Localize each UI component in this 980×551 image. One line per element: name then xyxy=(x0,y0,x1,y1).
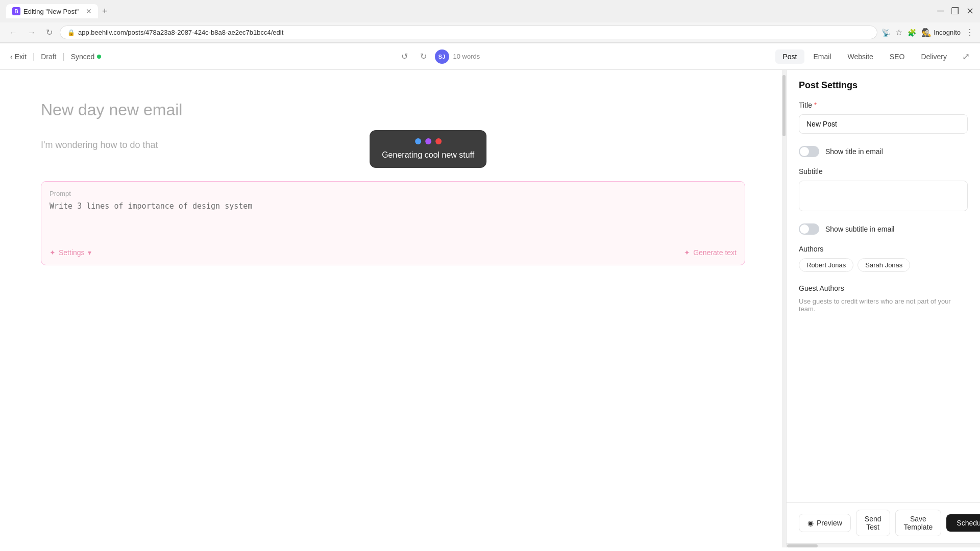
toolbar-left: ‹ Exit | Draft | Synced xyxy=(10,52,101,61)
preview-button[interactable]: ◉ Preview xyxy=(799,514,851,532)
redo-button[interactable]: ↻ xyxy=(416,49,431,63)
generate-spark-icon: ✦ xyxy=(684,248,690,257)
tab-favicon: B xyxy=(12,7,20,15)
expand-button[interactable]: ⤢ xyxy=(962,51,970,62)
ai-prompt-box: Prompt ✦ Settings ▾ ✦ Generate text xyxy=(41,181,745,265)
main-area: New day new email I'm wondering how to d… xyxy=(0,70,980,547)
word-count: 10 words xyxy=(453,53,480,60)
ai-generate-label: Generate text xyxy=(693,248,737,257)
right-panel: Post Settings Title * Show title in emai… xyxy=(786,70,980,547)
panel-scrollbar-thumb[interactable] xyxy=(787,544,818,547)
subtitle-input[interactable] xyxy=(799,181,968,211)
back-button[interactable]: ← xyxy=(6,27,20,38)
toolbar-tabs: Post Email Website SEO Delivery xyxy=(775,49,954,64)
draft-badge[interactable]: Draft xyxy=(41,53,56,61)
exit-button[interactable]: ‹ Exit xyxy=(10,53,27,61)
show-title-toggle[interactable] xyxy=(799,146,819,157)
guest-authors-section: Guest Authors Use guests to credit write… xyxy=(799,284,968,313)
ai-dots xyxy=(415,138,442,144)
synced-badge: Synced xyxy=(71,53,102,61)
panel-scrollbar[interactable] xyxy=(787,543,980,547)
editor-area[interactable]: New day new email I'm wondering how to d… xyxy=(0,70,786,547)
toolbar-right: ⤢ xyxy=(962,51,970,62)
show-subtitle-toggle-row: Show subtitle in email xyxy=(799,223,968,235)
ai-prompt-input[interactable] xyxy=(50,202,737,242)
author-tag-1[interactable]: Sarah Jonas xyxy=(857,258,910,272)
toolbar-center: ↺ ↻ SJ 10 words xyxy=(109,49,767,64)
close-window-button[interactable]: ✕ xyxy=(966,6,974,17)
tab-close-button[interactable]: ✕ xyxy=(86,7,92,15)
tab-delivery[interactable]: Delivery xyxy=(914,49,954,64)
authors-tags: Robert Jonas Sarah Jonas xyxy=(799,258,968,272)
right-panel-title: Post Settings xyxy=(799,80,968,91)
authors-label: Authors xyxy=(799,245,968,253)
show-title-toggle-row: Show title in email xyxy=(799,146,968,157)
synced-indicator xyxy=(97,55,101,59)
menu-button[interactable]: ⋮ xyxy=(966,28,974,37)
tab-email[interactable]: Email xyxy=(806,49,839,64)
guest-authors-label: Guest Authors xyxy=(799,284,968,292)
ai-generating-text: Generating cool new stuff xyxy=(382,151,474,160)
reload-button[interactable]: ↻ xyxy=(43,27,56,38)
app-container: ‹ Exit | Draft | Synced ↺ ↻ SJ 10 words … xyxy=(0,43,980,547)
schedule-label: Schedule xyxy=(957,519,980,527)
save-template-button[interactable]: Save Template xyxy=(895,510,942,536)
ai-dot-blue xyxy=(415,138,421,144)
bottom-bar: ◉ Preview Send Test Save Template Schedu… xyxy=(787,502,980,543)
subtitle-label: Subtitle xyxy=(799,167,968,176)
new-tab-button[interactable]: + xyxy=(102,6,108,17)
bookmark-icon[interactable]: ☆ xyxy=(895,28,902,37)
show-subtitle-label: Show subtitle in email xyxy=(825,225,894,233)
tab-post[interactable]: Post xyxy=(775,49,804,64)
browser-nav: ← → ↻ 🔒 app.beehiiv.com/posts/478a23a8-2… xyxy=(0,22,980,43)
author-tag-0[interactable]: Robert Jonas xyxy=(799,258,853,272)
extension-icon[interactable]: 🧩 xyxy=(908,29,916,37)
title-section: Title * xyxy=(799,101,968,134)
incognito-badge: 🕵 Incognito xyxy=(921,28,961,37)
settings-spark-icon: ✦ xyxy=(50,248,56,257)
authors-section: Authors Robert Jonas Sarah Jonas xyxy=(799,245,968,272)
title-label: Title * xyxy=(799,101,968,109)
ai-overlay: Generating cool new stuff Prompt ✦ Setti… xyxy=(41,181,745,265)
browser-titlebar: B Editing "New Post" ✕ + ─ ❐ ✕ xyxy=(0,0,980,22)
exit-arrow-icon: ‹ xyxy=(10,53,13,61)
right-panel-header: Post Settings xyxy=(787,70,980,101)
restore-button[interactable]: ❐ xyxy=(951,6,959,17)
minimize-button[interactable]: ─ xyxy=(937,6,944,17)
title-required: * xyxy=(814,101,817,109)
tab-website[interactable]: Website xyxy=(841,49,880,64)
synced-label: Synced xyxy=(71,53,95,61)
forward-button[interactable]: → xyxy=(24,27,39,38)
schedule-button[interactable]: Schedule xyxy=(946,514,980,532)
send-test-button[interactable]: Send Test xyxy=(856,510,890,536)
author-avatar: SJ xyxy=(435,49,449,64)
toolbar-separator2: | xyxy=(63,52,65,61)
ai-generate-button[interactable]: ✦ Generate text xyxy=(684,248,737,257)
show-subtitle-toggle[interactable] xyxy=(799,223,819,235)
title-input[interactable] xyxy=(799,114,968,134)
browser-chrome: B Editing "New Post" ✕ + ─ ❐ ✕ ← → ↻ 🔒 a… xyxy=(0,0,980,43)
ai-prompt-label: Prompt xyxy=(50,190,737,197)
cast-icon[interactable]: 📡 xyxy=(881,29,890,37)
lock-icon: 🔒 xyxy=(67,29,75,36)
tab-title: Editing "New Post" xyxy=(23,8,79,15)
editor-scrollbar-thumb[interactable] xyxy=(782,75,786,136)
editor-scrollbar[interactable] xyxy=(782,70,786,547)
subtitle-section: Subtitle xyxy=(799,167,968,211)
ai-dot-red xyxy=(435,138,442,144)
ai-settings-button[interactable]: ✦ Settings ▾ xyxy=(50,248,91,257)
send-test-label: Send Test xyxy=(865,515,881,531)
nav-actions: 📡 ☆ 🧩 🕵 Incognito ⋮ xyxy=(881,28,974,37)
undo-button[interactable]: ↺ xyxy=(397,49,412,63)
show-title-label: Show title in email xyxy=(825,147,883,156)
ai-dot-purple xyxy=(425,138,431,144)
app-toolbar: ‹ Exit | Draft | Synced ↺ ↻ SJ 10 words … xyxy=(0,43,980,70)
ai-generating-bubble: Generating cool new stuff xyxy=(370,130,486,168)
toolbar-separator: | xyxy=(33,52,35,61)
guest-description: Use guests to credit writers who are not… xyxy=(799,297,968,313)
address-bar[interactable]: 🔒 app.beehiiv.com/posts/478a23a8-2087-42… xyxy=(60,26,877,39)
tab-seo[interactable]: SEO xyxy=(883,49,912,64)
eye-icon: ◉ xyxy=(807,519,814,527)
browser-tab[interactable]: B Editing "New Post" ✕ xyxy=(6,4,98,18)
save-template-label: Save Template xyxy=(904,515,933,531)
